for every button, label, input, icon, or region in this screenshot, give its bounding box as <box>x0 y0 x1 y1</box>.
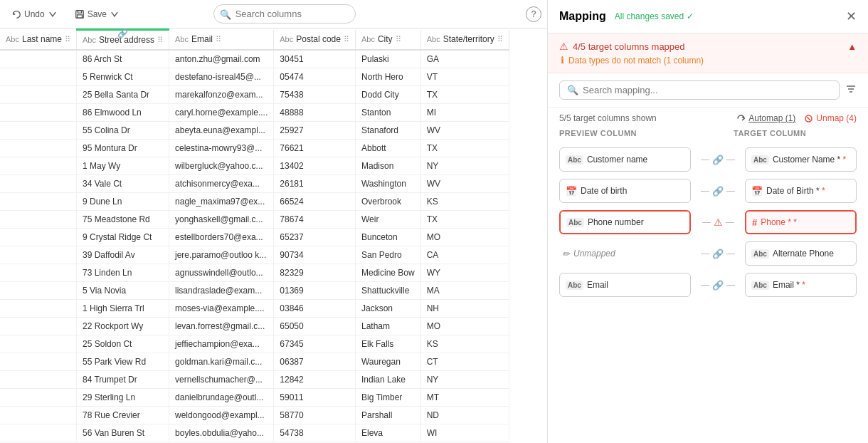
connector-customer_name: 🔗 <box>697 155 739 165</box>
col-city[interactable]: Abc City ⠿ <box>355 30 420 51</box>
col-email[interactable]: Abc Email ⠿ <box>169 30 274 51</box>
action-buttons: Automap (1) Unmap (4) <box>736 113 857 123</box>
target-chip-customer_name: AbcCustomer Name * <box>745 147 857 172</box>
table-row: 1 High Sierra Trlmoses-via@example....03… <box>0 300 509 318</box>
filter-button[interactable] <box>845 83 857 97</box>
preview-col-email: AbcEmail <box>559 273 691 297</box>
preview-col-date_of_birth: 📅Date of birth <box>559 179 691 203</box>
columns-status: 5/5 target columns shown Automap (1) Unm… <box>548 108 868 129</box>
svg-rect-1 <box>78 10 81 13</box>
table-row: 75 Meadstone Rdyonghaskell@gmail.c...786… <box>0 211 509 229</box>
target-type-email: Abc <box>751 281 769 290</box>
edit-unmapped-icon[interactable]: ✏ <box>562 249 570 259</box>
alert-icon: ⚠ <box>559 41 568 52</box>
mapping-row-unmapped: ✏Unmapped🔗AbcAlternate Phone <box>559 240 857 267</box>
table-row: 39 Daffodil Avjere.paramo@outloo k...907… <box>0 246 509 264</box>
undo-label: Undo <box>24 9 45 19</box>
automap-button[interactable]: Automap (1) <box>736 113 795 123</box>
warn-icon[interactable]: ⚠ <box>714 217 723 228</box>
col-street-address[interactable]: 🔗 Abc Street address ⠿ <box>77 30 169 51</box>
mapping-list: AbcCustomer name🔗AbcCustomer Name *📅Date… <box>548 140 868 443</box>
target-chip-date_of_birth: 📅Date of Birth * <box>745 179 857 203</box>
table-row: 1 May Wywilbergluck@yahoo.c...13402Madis… <box>0 157 509 175</box>
connector-date_of_birth: 🔗 <box>697 186 739 197</box>
preview-col-customer_name: AbcCustomer name <box>559 147 691 172</box>
mapping-row-customer_name: AbcCustomer name🔗AbcCustomer Name * <box>559 146 857 173</box>
table-row: 25 Soldon Ctjeffiechampion@exa...67345El… <box>0 335 509 353</box>
table-row: 95 Montura Drcelestina-mowry93@...76621A… <box>0 140 509 157</box>
table-row: 25 Bella Santa Drmarekalfonzo@exam...754… <box>0 86 509 104</box>
alert-section: ⚠ 4/5 target columns mapped ▲ ℹ Data typ… <box>548 33 868 73</box>
table-scroll[interactable]: Abc Last name ⠿ 🔗 Abc Street address ⠿ <box>0 28 547 443</box>
link-icon-unmapped[interactable]: 🔗 <box>712 249 724 259</box>
panel-header: Mapping All changes saved ✓ ✕ <box>548 0 868 33</box>
target-chip-unmapped: AbcAlternate Phone <box>745 241 857 266</box>
preview-chip-email: AbcEmail <box>559 273 691 297</box>
svg-rect-2 <box>77 14 82 17</box>
search-bar: 🔍 <box>213 4 356 24</box>
table-row: 86 Arch Stanton.zhu@gmail.com30451Pulask… <box>0 50 509 68</box>
target-type-unmapped: Abc <box>751 249 769 259</box>
help-button[interactable]: ? <box>526 6 541 22</box>
connector-unmapped: 🔗 <box>697 249 739 259</box>
target-col-header: Target column <box>734 129 857 137</box>
target-col-unmapped: AbcAlternate Phone <box>745 241 857 266</box>
target-col-phone_number: #Phone * <box>745 210 857 234</box>
preview-type-phone_number: Abc <box>566 218 584 227</box>
alert-sub: ℹ Data types do not match (1 column) <box>559 55 857 66</box>
table-row: 55 Colina Drabeyta.euna@exampl...25927St… <box>0 122 509 140</box>
table-row: 34 Vale Ctatchisonmercy@exa...26181Washi… <box>0 175 509 193</box>
search-input[interactable] <box>213 4 356 24</box>
status-text: 5/5 target columns shown <box>559 113 657 123</box>
target-chip-email: AbcEmail * <box>745 273 857 297</box>
panel-controls: 🔍 <box>548 73 868 108</box>
undo-button[interactable]: Undo <box>6 6 63 22</box>
mapping-column-headers: Preview column Target column <box>548 129 868 140</box>
save-label: Save <box>88 9 107 19</box>
target-col-date_of_birth: 📅Date of Birth * <box>745 179 857 203</box>
connector-email: 🔗 <box>697 280 739 291</box>
col-state-territory[interactable]: Abc State/territory ⠿ <box>420 30 509 51</box>
table-row: 78 Rue Crevierweldongood@exampl...58770P… <box>0 407 509 424</box>
preview-type-date_of_birth: 📅 <box>566 186 577 197</box>
alert-main-text: 4/5 target columns mapped <box>573 41 685 52</box>
panel-title: Mapping <box>559 10 606 23</box>
target-type-customer_name: Abc <box>751 155 769 165</box>
link-icon-customer_name[interactable]: 🔗 <box>712 155 724 165</box>
col-last-name[interactable]: Abc Last name ⠿ <box>0 30 77 51</box>
table-row: 5 Renwick Ctdestefano-isreal45@...05474N… <box>0 68 509 86</box>
connector-phone_number: ⚠ <box>697 217 739 228</box>
search-mapping-input[interactable] <box>583 85 832 95</box>
alert-sub-text: Data types do not match (1 column) <box>568 56 704 66</box>
table-row: 9 Dune Lnnagle_maxima97@ex...66524Overbr… <box>0 193 509 211</box>
preview-chip-date_of_birth: 📅Date of birth <box>559 179 691 203</box>
mapping-row-date_of_birth: 📅Date of birth🔗📅Date of Birth * <box>559 177 857 204</box>
alert-main[interactable]: ⚠ 4/5 target columns mapped ▲ <box>559 41 857 52</box>
mapping-row-email: AbcEmail🔗AbcEmail * <box>559 271 857 298</box>
table-row: 84 Trumpet Drvernellschumacher@...12842I… <box>0 371 509 389</box>
preview-chip-phone_number: AbcPhone number <box>559 210 691 234</box>
table-row: 5 Via Novialisandraslade@exam...01369Sha… <box>0 282 509 300</box>
mapping-row-phone_number: AbcPhone number⚠#Phone * <box>559 209 857 236</box>
toolbar: Undo Save 🔍 ? <box>0 0 547 28</box>
search-mapping[interactable]: 🔍 <box>559 80 840 100</box>
table-row: 9 Crystal Ridge Ctestellborders70@exa...… <box>0 229 509 246</box>
target-col-customer_name: AbcCustomer Name * <box>745 147 857 172</box>
col-postal-code[interactable]: Abc Postal code ⠿ <box>274 30 356 51</box>
alert-expand-icon[interactable]: ▲ <box>847 41 857 52</box>
alert-info-icon: ℹ <box>561 55 564 66</box>
link-icon-date_of_birth[interactable]: 🔗 <box>712 186 724 197</box>
preview-type-email: Abc <box>566 281 583 290</box>
table-row: 86 Elmwood Lncaryl.horne@example....4888… <box>0 104 509 122</box>
target-chip-phone_number: #Phone * <box>745 210 857 234</box>
link-icon-email[interactable]: 🔗 <box>712 280 724 291</box>
table-row: 55 Park View Rdgoldman.kari@mail.c...063… <box>0 353 509 371</box>
save-button[interactable]: Save <box>69 6 125 22</box>
close-button[interactable]: ✕ <box>846 9 857 24</box>
saved-badge: All changes saved ✓ <box>615 11 694 21</box>
table-row: 56 Van Buren Stboyles.obdulia@yaho...547… <box>0 424 509 442</box>
preview-col-header: Preview column <box>559 129 691 137</box>
unmap-button[interactable]: Unmap (4) <box>804 113 857 123</box>
preview-chip-unmapped: ✏Unmapped <box>559 241 691 266</box>
preview-col-phone_number: AbcPhone number <box>559 210 691 234</box>
